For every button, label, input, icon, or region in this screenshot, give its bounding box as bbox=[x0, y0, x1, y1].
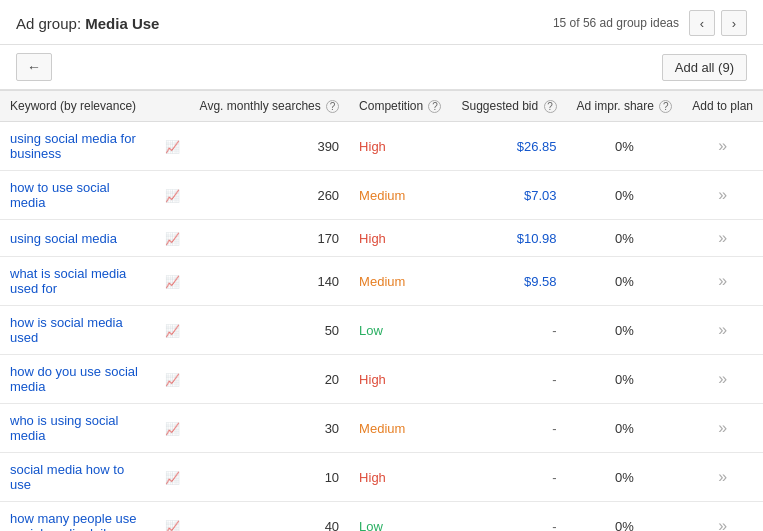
competition-cell: Medium bbox=[349, 171, 451, 220]
col-header-add-to-plan: Add to plan bbox=[682, 91, 763, 122]
col-header-competition: Competition ? bbox=[349, 91, 451, 122]
keyword-cell: using social media bbox=[0, 220, 155, 257]
competition-help-icon[interactable]: ? bbox=[428, 100, 441, 113]
keyword-link[interactable]: how is social media used bbox=[10, 315, 123, 345]
bid-cell: - bbox=[451, 453, 566, 502]
add-to-plan-button[interactable]: » bbox=[714, 419, 731, 437]
add-all-button[interactable]: Add all (9) bbox=[662, 54, 747, 81]
add-to-plan-cell: » bbox=[682, 220, 763, 257]
keyword-cell: social media how to use bbox=[0, 453, 155, 502]
competition-cell: Low bbox=[349, 502, 451, 531]
impr-share-cell: 0% bbox=[567, 122, 683, 171]
searches-cell: 30 bbox=[190, 404, 350, 453]
bid-cell: $10.98 bbox=[451, 220, 566, 257]
trend-chart-icon[interactable]: 📈 bbox=[165, 422, 180, 436]
bid-cell: $9.58 bbox=[451, 257, 566, 306]
trend-cell: 📈 bbox=[155, 502, 190, 531]
add-to-plan-button[interactable]: » bbox=[714, 370, 731, 388]
add-to-plan-cell: » bbox=[682, 355, 763, 404]
table-row: how many people use social media daily📈4… bbox=[0, 502, 763, 531]
top-bar: Ad group: Media Use 15 of 56 ad group id… bbox=[0, 0, 763, 45]
trend-cell: 📈 bbox=[155, 355, 190, 404]
prev-page-button[interactable]: ‹ bbox=[689, 10, 715, 36]
next-page-button[interactable]: › bbox=[721, 10, 747, 36]
keyword-cell: how do you use social media bbox=[0, 355, 155, 404]
trend-chart-icon[interactable]: 📈 bbox=[165, 373, 180, 387]
add-to-plan-button[interactable]: » bbox=[714, 229, 731, 247]
impr-share-cell: 0% bbox=[567, 257, 683, 306]
keyword-link[interactable]: using social media for business bbox=[10, 131, 136, 161]
impr-help-icon[interactable]: ? bbox=[659, 100, 672, 113]
keyword-link[interactable]: using social media bbox=[10, 231, 117, 246]
searches-help-icon[interactable]: ? bbox=[326, 100, 339, 113]
keywords-table: Keyword (by relevance) Avg. monthly sear… bbox=[0, 90, 763, 531]
searches-cell: 40 bbox=[190, 502, 350, 531]
trend-chart-icon[interactable]: 📈 bbox=[165, 520, 180, 531]
table-row: how to use social media📈260Medium$7.030%… bbox=[0, 171, 763, 220]
competition-cell: High bbox=[349, 355, 451, 404]
table-row: using social media for business📈390High$… bbox=[0, 122, 763, 171]
bid-value: $26.85 bbox=[517, 139, 557, 154]
add-to-plan-cell: » bbox=[682, 404, 763, 453]
trend-cell: 📈 bbox=[155, 122, 190, 171]
keyword-link[interactable]: how to use social media bbox=[10, 180, 110, 210]
table-row: social media how to use📈10High-0%» bbox=[0, 453, 763, 502]
trend-chart-icon[interactable]: 📈 bbox=[165, 471, 180, 485]
competition-value: High bbox=[359, 231, 386, 246]
trend-chart-icon[interactable]: 📈 bbox=[165, 232, 180, 246]
competition-cell: High bbox=[349, 453, 451, 502]
trend-cell: 📈 bbox=[155, 404, 190, 453]
keyword-cell: how many people use social media daily bbox=[0, 502, 155, 531]
bid-help-icon[interactable]: ? bbox=[544, 100, 557, 113]
keyword-link[interactable]: how do you use social media bbox=[10, 364, 138, 394]
trend-chart-icon[interactable]: 📈 bbox=[165, 275, 180, 289]
bid-cell: - bbox=[451, 306, 566, 355]
top-right-controls: 15 of 56 ad group ideas ‹ › bbox=[553, 10, 747, 36]
col-header-bid: Suggested bid ? bbox=[451, 91, 566, 122]
keyword-cell: how to use social media bbox=[0, 171, 155, 220]
add-to-plan-button[interactable]: » bbox=[714, 137, 731, 155]
bid-cell: - bbox=[451, 355, 566, 404]
keyword-link[interactable]: how many people use social media daily bbox=[10, 511, 136, 531]
competition-value: Low bbox=[359, 323, 383, 338]
add-to-plan-button[interactable]: » bbox=[714, 186, 731, 204]
keyword-cell: who is using social media bbox=[0, 404, 155, 453]
back-button[interactable]: ← bbox=[16, 53, 52, 81]
trend-cell: 📈 bbox=[155, 306, 190, 355]
bid-cell: - bbox=[451, 502, 566, 531]
table-body: using social media for business📈390High$… bbox=[0, 122, 763, 531]
searches-cell: 390 bbox=[190, 122, 350, 171]
col-header-trend bbox=[155, 91, 190, 122]
col-header-keyword: Keyword (by relevance) bbox=[0, 91, 155, 122]
ad-group-name: Media Use bbox=[85, 15, 159, 32]
competition-cell: Medium bbox=[349, 404, 451, 453]
keyword-link[interactable]: what is social media used for bbox=[10, 266, 126, 296]
competition-value: Medium bbox=[359, 421, 405, 436]
searches-cell: 170 bbox=[190, 220, 350, 257]
add-to-plan-button[interactable]: » bbox=[714, 468, 731, 486]
keyword-link[interactable]: who is using social media bbox=[10, 413, 118, 443]
add-to-plan-cell: » bbox=[682, 257, 763, 306]
second-bar: ← Add all (9) bbox=[0, 45, 763, 90]
trend-chart-icon[interactable]: 📈 bbox=[165, 324, 180, 338]
searches-cell: 140 bbox=[190, 257, 350, 306]
trend-chart-icon[interactable]: 📈 bbox=[165, 140, 180, 154]
searches-cell: 10 bbox=[190, 453, 350, 502]
impr-share-cell: 0% bbox=[567, 306, 683, 355]
competition-value: Medium bbox=[359, 188, 405, 203]
add-to-plan-cell: » bbox=[682, 453, 763, 502]
bid-value: $7.03 bbox=[524, 188, 557, 203]
impr-share-cell: 0% bbox=[567, 404, 683, 453]
impr-share-cell: 0% bbox=[567, 355, 683, 404]
add-to-plan-button[interactable]: » bbox=[714, 272, 731, 290]
trend-cell: 📈 bbox=[155, 453, 190, 502]
bid-cell: $7.03 bbox=[451, 171, 566, 220]
add-to-plan-cell: » bbox=[682, 306, 763, 355]
add-to-plan-button[interactable]: » bbox=[714, 517, 731, 531]
competition-cell: High bbox=[349, 122, 451, 171]
trend-chart-icon[interactable]: 📈 bbox=[165, 189, 180, 203]
keyword-link[interactable]: social media how to use bbox=[10, 462, 124, 492]
competition-value: High bbox=[359, 470, 386, 485]
impr-share-cell: 0% bbox=[567, 502, 683, 531]
add-to-plan-button[interactable]: » bbox=[714, 321, 731, 339]
